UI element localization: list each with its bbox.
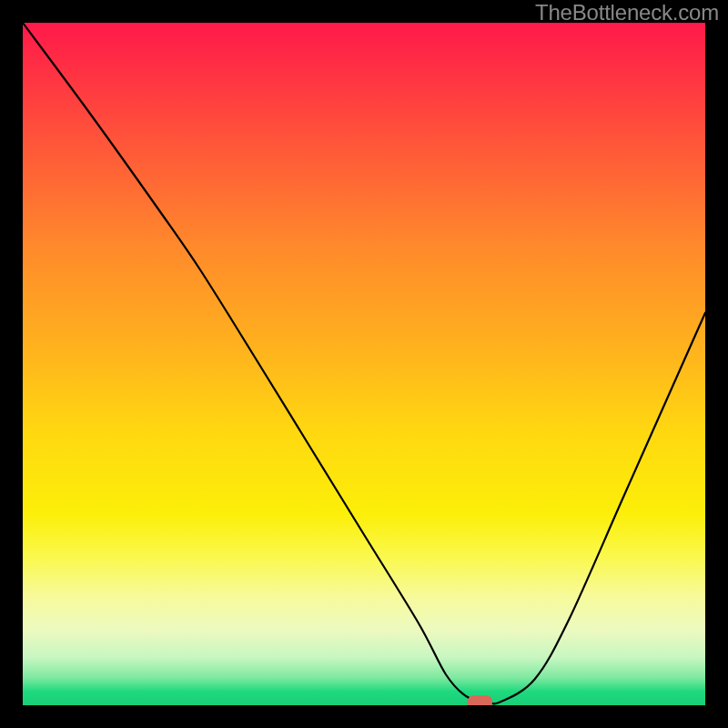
bottleneck-curve [23,23,705,703]
curve-svg [23,23,705,705]
optimum-marker [468,695,492,705]
watermark-label: TheBottleneck.com [535,0,719,25]
plot-area [23,23,705,705]
chart-container: TheBottleneck.com [0,0,728,728]
